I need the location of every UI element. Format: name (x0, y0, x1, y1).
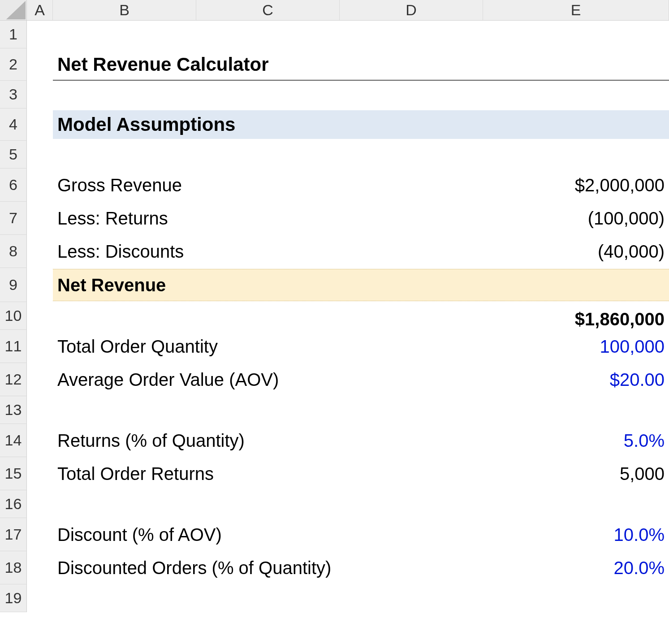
column-header-B[interactable]: B (53, 0, 196, 21)
returns-pct-value[interactable]: 5.0% (483, 424, 669, 457)
aov-label[interactable]: Average Order Value (AOV) (53, 363, 196, 396)
row-3 (27, 81, 669, 108)
row-1 (27, 21, 669, 48)
row-header-16[interactable]: 16 (0, 490, 27, 518)
row-6: Gross Revenue $2,000,000 (27, 169, 669, 202)
column-header-D[interactable]: D (340, 0, 483, 21)
total-order-returns-label[interactable]: Total Order Returns (53, 457, 196, 490)
aov-value[interactable]: $20.00 (483, 363, 669, 396)
row-header-19[interactable]: 19 (0, 584, 27, 612)
row-7: Less: Returns (100,000) (27, 202, 669, 235)
svg-marker-0 (6, 1, 26, 19)
row-2: Net Revenue Calculator (27, 48, 669, 81)
gross-revenue-label[interactable]: Gross Revenue (53, 169, 196, 202)
row-17: Discount (% of AOV) 10.0% (27, 518, 669, 551)
row-header-13[interactable]: 13 (0, 396, 27, 424)
row-8: Less: Discounts (40,000) (27, 235, 669, 268)
discount-pct-aov-value[interactable]: 10.0% (483, 518, 669, 551)
cell-grid: Net Revenue Calculator Model Assumptions… (27, 21, 669, 612)
row-header-1[interactable]: 1 (0, 21, 27, 48)
net-revenue-label[interactable]: Net Revenue (53, 268, 196, 302)
column-header-A[interactable]: A (27, 0, 53, 21)
row-16 (27, 490, 669, 518)
title-cell[interactable]: Net Revenue Calculator (53, 48, 196, 81)
returns-pct-label[interactable]: Returns (% of Quantity) (53, 424, 196, 457)
row-15: Total Order Returns 5,000 (27, 457, 669, 490)
total-order-quantity-label[interactable]: Total Order Quantity (53, 330, 196, 363)
row-13 (27, 396, 669, 424)
row-header-18[interactable]: 18 (0, 551, 27, 584)
column-header-row: A B C D E (0, 0, 669, 21)
row-5 (27, 141, 669, 169)
row-header-15[interactable]: 15 (0, 457, 27, 490)
row-header-3[interactable]: 3 (0, 81, 27, 108)
row-header-11[interactable]: 11 (0, 330, 27, 363)
row-header-5[interactable]: 5 (0, 141, 27, 169)
row-14: Returns (% of Quantity) 5.0% (27, 424, 669, 457)
spreadsheet: A B C D E 1 2 3 4 5 6 7 8 9 10 11 12 13 … (0, 0, 669, 644)
row-header-14[interactable]: 14 (0, 424, 27, 457)
row-header-10[interactable]: 10 (0, 302, 27, 330)
row-9: Net Revenue $1,860,000 (27, 268, 669, 302)
column-header-E[interactable]: E (483, 0, 669, 21)
less-returns-label[interactable]: Less: Returns (53, 202, 196, 235)
row-18: Discounted Orders (% of Quantity) 20.0% (27, 551, 669, 584)
less-discounts-value[interactable]: (40,000) (483, 235, 669, 268)
row-header-7[interactable]: 7 (0, 202, 27, 235)
section-header-cell[interactable]: Model Assumptions (53, 108, 196, 141)
row-12: Average Order Value (AOV) $20.00 (27, 363, 669, 396)
row-header-17[interactable]: 17 (0, 518, 27, 551)
less-returns-value[interactable]: (100,000) (483, 202, 669, 235)
discount-pct-aov-label[interactable]: Discount (% of AOV) (53, 518, 196, 551)
row-header-12[interactable]: 12 (0, 363, 27, 396)
discounted-orders-label[interactable]: Discounted Orders (% of Quantity) (53, 551, 196, 584)
row-header-6[interactable]: 6 (0, 169, 27, 202)
row-header-column: 1 2 3 4 5 6 7 8 9 10 11 12 13 14 15 16 1… (0, 21, 27, 612)
row-header-9[interactable]: 9 (0, 268, 27, 302)
row-19 (27, 584, 669, 612)
less-discounts-label[interactable]: Less: Discounts (53, 235, 196, 268)
select-all-corner[interactable] (0, 0, 27, 21)
row-header-8[interactable]: 8 (0, 235, 27, 268)
total-order-quantity-value[interactable]: 100,000 (483, 330, 669, 363)
discounted-orders-value[interactable]: 20.0% (483, 551, 669, 584)
row-11: Total Order Quantity 100,000 (27, 330, 669, 363)
row-4: Model Assumptions (27, 108, 669, 141)
gross-revenue-value[interactable]: $2,000,000 (483, 169, 669, 202)
row-10 (27, 302, 669, 330)
row-header-2[interactable]: 2 (0, 48, 27, 81)
total-order-returns-value[interactable]: 5,000 (483, 457, 669, 490)
row-header-4[interactable]: 4 (0, 108, 27, 141)
column-header-C[interactable]: C (196, 0, 340, 21)
select-all-triangle-icon (0, 0, 26, 20)
